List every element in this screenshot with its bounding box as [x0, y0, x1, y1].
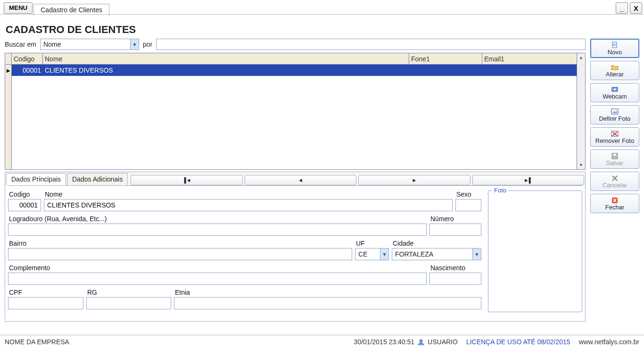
- grid-gutter: ▶: [5, 53, 12, 169]
- definir-foto-label: Definir Foto: [599, 115, 630, 122]
- nav-prev-button[interactable]: ◄: [245, 175, 356, 185]
- complemento-label: Complemento: [9, 264, 427, 272]
- definir-foto-button[interactable]: Definir Foto: [590, 105, 639, 124]
- search-row: Buscar em Nome ▼ por: [5, 39, 586, 50]
- status-datetime: 30/01/2015 23:40:51: [354, 338, 414, 346]
- svg-point-17: [420, 340, 422, 342]
- cancelar-label: Cancelar: [603, 182, 627, 189]
- chevron-down-icon[interactable]: ▼: [130, 39, 139, 50]
- page-title: CADASTRO DE CLIENTES: [6, 24, 639, 36]
- user-icon: [417, 339, 425, 345]
- svg-rect-11: [613, 154, 616, 156]
- col-email1[interactable]: Email1: [482, 53, 577, 64]
- salvar-button: Salvar: [590, 149, 639, 169]
- nome-label: Nome: [45, 191, 453, 198]
- logradouro-label: Logradouro (Rua, Avenida, Etc...): [9, 215, 427, 223]
- table-row[interactable]: 00001 CLIENTES DIVERSOS: [12, 65, 577, 76]
- bairro-label: Bairro: [9, 240, 352, 247]
- novo-label: Novo: [608, 49, 622, 56]
- uf-label: UF: [356, 240, 389, 247]
- logradouro-field[interactable]: [8, 224, 427, 236]
- col-codigo[interactable]: Codigo: [12, 53, 43, 64]
- status-site: www.netfalys.com.br: [579, 338, 639, 346]
- bairro-field[interactable]: [8, 248, 352, 260]
- clients-grid: ▶ Codigo Nome Fone1 Email1 00001 CLIENTE…: [5, 53, 586, 170]
- complemento-field[interactable]: [8, 273, 427, 285]
- scroll-down-icon[interactable]: ▼: [577, 161, 585, 169]
- numero-field[interactable]: [429, 224, 481, 236]
- search-term-input[interactable]: [156, 39, 586, 50]
- tab-dados-principais[interactable]: Dados Principais: [6, 173, 66, 185]
- svg-rect-2: [613, 45, 616, 46]
- close-icon: [611, 197, 619, 203]
- tab-dados-adicionais[interactable]: Dados Adicionais: [67, 173, 128, 185]
- codigo-field: [8, 199, 41, 211]
- etnia-label: Etnia: [175, 289, 481, 296]
- grid-header: Codigo Nome Fone1 Email1: [12, 53, 577, 65]
- scroll-up-icon[interactable]: ▲: [577, 53, 585, 62]
- cell-email1: [482, 65, 577, 76]
- nascimento-field[interactable]: [429, 273, 481, 285]
- rg-label: RG: [87, 289, 171, 296]
- numero-label: Número: [430, 215, 481, 223]
- fechar-button[interactable]: Fechar: [590, 194, 639, 213]
- close-window-button[interactable]: X: [630, 2, 642, 14]
- grid-scrollbar[interactable]: ▲ ▼: [577, 53, 585, 169]
- nome-field[interactable]: [44, 199, 453, 211]
- sexo-label: Sexo: [456, 191, 481, 198]
- cancelar-button: Cancelar: [590, 172, 639, 191]
- cidade-combo[interactable]: FORTALEZA ▼: [392, 248, 481, 260]
- webcam-button[interactable]: Webcam: [590, 83, 639, 102]
- minimize-button[interactable]: _: [616, 2, 628, 14]
- etnia-field[interactable]: [174, 297, 481, 309]
- cidade-value: FORTALEZA: [392, 248, 473, 260]
- menu-button[interactable]: MENU: [4, 2, 33, 14]
- nav-first-button[interactable]: ▐◄: [131, 175, 242, 185]
- fechar-label: Fechar: [605, 204, 624, 211]
- svg-point-4: [614, 88, 616, 90]
- photo-box: Foto: [488, 191, 582, 312]
- image-set-icon: [611, 108, 619, 115]
- search-field-combo[interactable]: Nome ▼: [40, 39, 139, 50]
- remover-foto-label: Remover Foto: [595, 137, 634, 144]
- col-nome[interactable]: Nome: [43, 53, 409, 64]
- chevron-down-icon[interactable]: ▼: [473, 248, 481, 260]
- nascimento-label: Nascimento: [430, 264, 481, 272]
- cpf-label: CPF: [9, 289, 83, 296]
- cpf-field[interactable]: [8, 297, 83, 309]
- rg-field[interactable]: [86, 297, 171, 309]
- folder-open-icon: [611, 64, 619, 70]
- search-field-value: Nome: [41, 41, 130, 48]
- col-fone1[interactable]: Fone1: [409, 53, 482, 64]
- nav-last-button[interactable]: ►▌: [472, 175, 584, 185]
- cidade-label: Cidade: [393, 240, 481, 247]
- cell-codigo: 00001: [12, 65, 43, 76]
- codigo-label: Codigo: [9, 191, 41, 198]
- status-bar: NOME DA EMPRESA 30/01/2015 23:40:51 USUA…: [0, 335, 644, 348]
- chevron-down-icon[interactable]: ▼: [380, 248, 389, 260]
- status-company: NOME DA EMPRESA: [5, 338, 69, 346]
- cancel-icon: [611, 174, 619, 181]
- salvar-label: Salvar: [606, 159, 624, 166]
- nav-next-button[interactable]: ►: [358, 175, 470, 185]
- uf-combo[interactable]: CE ▼: [355, 248, 389, 260]
- status-user: USUARIO: [428, 338, 458, 346]
- alterar-button[interactable]: Alterar: [590, 61, 639, 80]
- topbar-separator: [0, 14, 644, 15]
- image-remove-icon: [611, 130, 619, 137]
- webcam-label: Webcam: [603, 93, 627, 100]
- novo-button[interactable]: Novo: [590, 39, 639, 58]
- alterar-label: Alterar: [606, 71, 624, 78]
- new-file-icon: [611, 41, 619, 48]
- form-area: Dados Principais Dados Adicionais ▐◄ ◄ ►…: [5, 172, 586, 322]
- webcam-icon: [611, 86, 619, 92]
- uf-value: CE: [355, 248, 380, 260]
- svg-rect-1: [613, 44, 616, 44]
- save-icon: [611, 152, 619, 159]
- photo-legend: Foto: [492, 187, 508, 194]
- grid-row-indicator: ▶: [5, 65, 11, 76]
- sexo-field[interactable]: [455, 199, 481, 211]
- remover-foto-button[interactable]: Remover Foto: [590, 127, 639, 147]
- status-license: LICENÇA DE USO ATÉ 08/02/2015: [466, 338, 570, 346]
- cell-nome: CLIENTES DIVERSOS: [43, 65, 409, 76]
